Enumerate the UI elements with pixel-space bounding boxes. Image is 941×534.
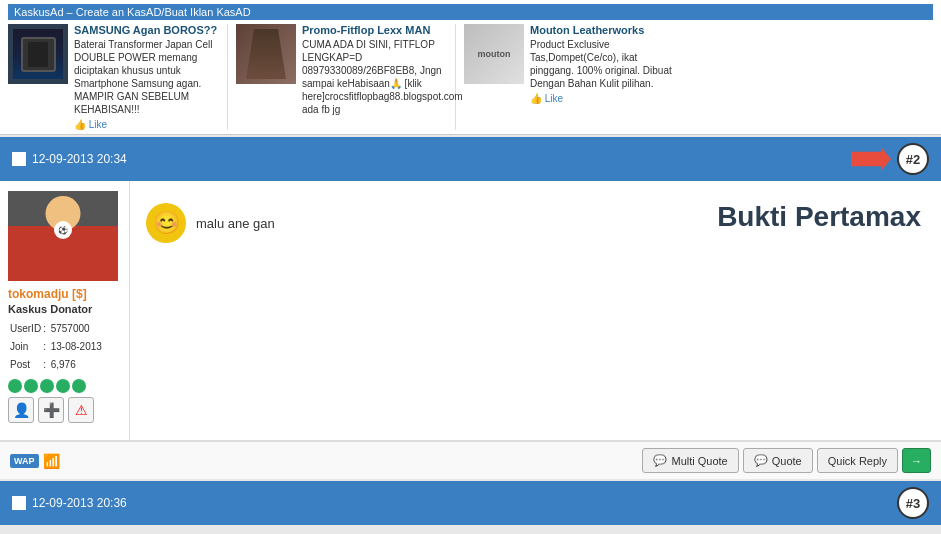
add-friend-icon-btn[interactable]: ➕: [38, 397, 64, 423]
multi-quote-icon: 💬: [653, 454, 667, 467]
rep-dot-4: [56, 379, 70, 393]
post1-footer: WAP 📶 💬 Multi Quote 💬 Quote Quick Reply …: [0, 441, 941, 479]
username[interactable]: tokomadju [$]: [8, 287, 121, 301]
ad-item-mouton: mouton Mouton Leatherworks Product Exclu…: [464, 24, 684, 130]
ad-bar: KaskusAd – Create an KasAD/Buat Iklan Ka…: [0, 0, 941, 135]
ad-content-mouton: Mouton Leatherworks Product Exclusive Ta…: [530, 24, 676, 130]
wap-icon: WAP: [10, 454, 39, 468]
user-title: Kaskus Donator: [8, 303, 121, 315]
post1-actions: 💬 Multi Quote 💬 Quote Quick Reply →: [642, 448, 931, 473]
rep-dot-3: [40, 379, 54, 393]
quick-reply-button[interactable]: Quick Reply: [817, 448, 898, 473]
post1-text: malu ane gan: [196, 216, 275, 231]
post1-emoji: 😊: [146, 203, 186, 243]
rep-dot-5: [72, 379, 86, 393]
ad-item-fitflop: Promo-Fitflop Lexx MAN CUMA ADA DI SINI,…: [236, 24, 456, 130]
post1-number: #2: [897, 143, 929, 175]
join-date: 13-08-2013: [51, 339, 102, 355]
ad-like-samsung[interactable]: 👍 Like: [74, 119, 219, 130]
ad-content-samsung: SAMSUNG Agan BOROS?? Baterai Transformer…: [74, 24, 219, 130]
quick-reply-label: Quick Reply: [828, 455, 887, 467]
wap-badge: WAP 📶: [10, 453, 60, 469]
post-sep: :: [43, 357, 49, 373]
post2-number-container: #3: [897, 487, 929, 519]
ad-title-fitflop[interactable]: Promo-Fitflop Lexx MAN: [302, 24, 463, 36]
forward-icon: →: [911, 455, 922, 467]
ad-thumb-fitflop: [236, 24, 296, 84]
avatar-badge: ⚽: [54, 221, 72, 239]
ad-thumb-mouton: mouton: [464, 24, 524, 84]
forward-button[interactable]: →: [902, 448, 931, 473]
ad-desc-mouton: Product Exclusive Tas,Dompet(Ce/co), ika…: [530, 38, 676, 90]
post1-number-container: #2: [851, 143, 929, 175]
join-sep: :: [43, 339, 49, 355]
ads-container: SAMSUNG Agan BOROS?? Baterai Transformer…: [8, 24, 933, 130]
post1-title: Bukti Pertamax: [717, 201, 921, 233]
rep-dot-1: [8, 379, 22, 393]
wap-signal: 📶: [43, 453, 60, 469]
user-info: UserID : 5757000 Join : 13-08-2013 Post …: [8, 319, 121, 375]
user-avatar: ⚽: [8, 191, 118, 281]
rep-dot-2: [24, 379, 38, 393]
post-label: Post: [10, 357, 41, 373]
post2-header-left: 12-09-2013 20:36: [12, 496, 127, 510]
multi-quote-label: Multi Quote: [671, 455, 727, 467]
user-id-value: 5757000: [51, 321, 102, 337]
ad-like-mouton[interactable]: 👍 Like: [530, 93, 676, 104]
quote-icon: 💬: [754, 454, 768, 467]
post1-timestamp: 12-09-2013 20:34: [32, 152, 127, 166]
post1-body: ⚽ tokomadju [$] Kaskus Donator UserID : …: [0, 181, 941, 441]
ad-desc-fitflop: CUMA ADA DI SINI, FITFLOP LENGKAP=D 0897…: [302, 38, 463, 116]
join-label: Join: [10, 339, 41, 355]
post2-header: 12-09-2013 20:36 #3: [0, 481, 941, 525]
post1-header: 12-09-2013 20:34 #2: [0, 137, 941, 181]
post1-header-left: 12-09-2013 20:34: [12, 152, 127, 166]
user-actions: 👤 ➕ ⚠: [8, 397, 121, 423]
ad-desc-samsung: Baterai Transformer Japan Cell DOUBLE PO…: [74, 38, 219, 116]
ad-item-samsung: SAMSUNG Agan BOROS?? Baterai Transformer…: [8, 24, 228, 130]
red-arrow-icon: [851, 147, 891, 171]
ad-content-fitflop: Promo-Fitflop Lexx MAN CUMA ADA DI SINI,…: [302, 24, 463, 130]
post2-checkbox[interactable]: [12, 496, 26, 510]
report-icon-btn[interactable]: ⚠: [68, 397, 94, 423]
post1-checkbox[interactable]: [12, 152, 26, 166]
user-id-sep: :: [43, 321, 49, 337]
multi-quote-button[interactable]: 💬 Multi Quote: [642, 448, 738, 473]
post2-timestamp: 12-09-2013 20:36: [32, 496, 127, 510]
post2-number: #3: [897, 487, 929, 519]
post1-content: Bukti Pertamax 😊 malu ane gan: [130, 181, 941, 440]
ad-bar-title: KaskusAd – Create an KasAD/Buat Iklan Ka…: [8, 4, 933, 20]
user-id-label: UserID: [10, 321, 41, 337]
ad-title-mouton[interactable]: Mouton Leatherworks: [530, 24, 676, 36]
user-sidebar: ⚽ tokomadju [$] Kaskus Donator UserID : …: [0, 181, 130, 440]
quote-button[interactable]: 💬 Quote: [743, 448, 813, 473]
post-count: 6,976: [51, 357, 102, 373]
quote-label: Quote: [772, 455, 802, 467]
profile-icon-btn[interactable]: 👤: [8, 397, 34, 423]
ad-title-samsung[interactable]: SAMSUNG Agan BOROS??: [74, 24, 219, 36]
user-rep: [8, 379, 121, 393]
ad-thumb-samsung: [8, 24, 68, 84]
